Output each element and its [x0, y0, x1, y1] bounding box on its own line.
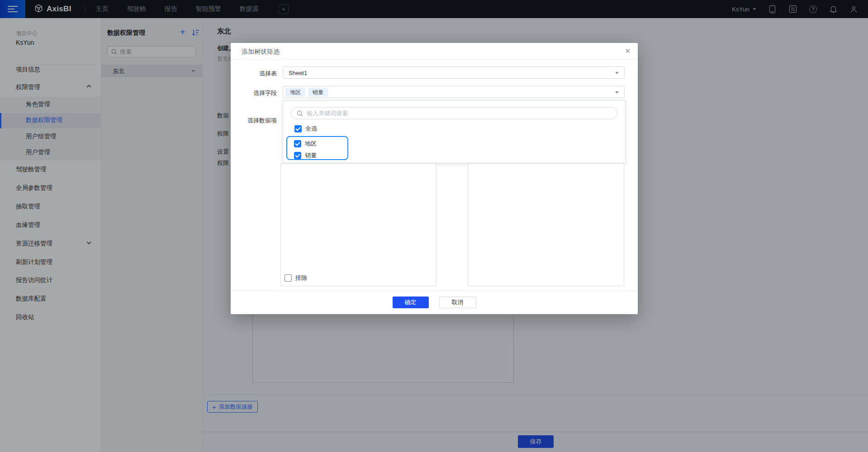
- app-screen: AxisBI 主页 驾驶舱 报告 智能预警 数据源 + KsYun: [0, 0, 868, 452]
- table-select[interactable]: Sheet1: [283, 66, 625, 79]
- select-all-option[interactable]: 全选: [294, 125, 317, 133]
- search-icon: [297, 110, 303, 117]
- checkbox-checked-icon[interactable]: [294, 152, 301, 159]
- select-data-items-label: 选择数据项: [235, 117, 277, 125]
- cancel-button[interactable]: 取消: [439, 297, 476, 308]
- dropdown-search-box: [291, 107, 617, 119]
- checkbox-checked-icon[interactable]: [294, 140, 301, 147]
- chevron-down-icon: [615, 72, 619, 74]
- field-options-group: 地区 销量: [286, 136, 348, 160]
- dropdown-search-input[interactable]: [307, 110, 612, 117]
- selected-items-panel: [468, 163, 624, 286]
- add-tree-filter-modal: 添加树状筛选 ✕ 选择表 Sheet1 选择字段 地区 销量 选择数据项 全选: [231, 43, 638, 314]
- checkbox-unchecked-icon[interactable]: [285, 274, 292, 282]
- option-sales[interactable]: 销量: [294, 151, 347, 160]
- modal-footer: 确定 取消: [231, 290, 638, 314]
- table-select-value: Sheet1: [289, 70, 307, 76]
- field-tag-sales[interactable]: 销量: [308, 88, 328, 97]
- exclude-option[interactable]: 排除: [285, 274, 307, 282]
- modal-title: 添加树状筛选: [242, 48, 280, 56]
- select-fields-label: 选择字段: [235, 89, 277, 97]
- fields-multiselect[interactable]: 地区 销量: [283, 86, 625, 98]
- close-icon[interactable]: ✕: [625, 47, 631, 55]
- checkbox-checked-icon[interactable]: [294, 125, 302, 132]
- option-region[interactable]: 地区: [294, 140, 347, 148]
- chevron-down-icon: [615, 91, 619, 94]
- modal-header: 添加树状筛选 ✕: [231, 43, 638, 60]
- fields-dropdown-panel: 全选 地区 销量: [283, 100, 626, 163]
- field-tag-region[interactable]: 地区: [285, 88, 305, 97]
- select-table-label: 选择表: [235, 70, 277, 78]
- selected-field-tags: 地区 销量: [285, 88, 328, 97]
- confirm-button[interactable]: 确定: [393, 297, 429, 308]
- tree-items-panel: 排除: [280, 163, 436, 286]
